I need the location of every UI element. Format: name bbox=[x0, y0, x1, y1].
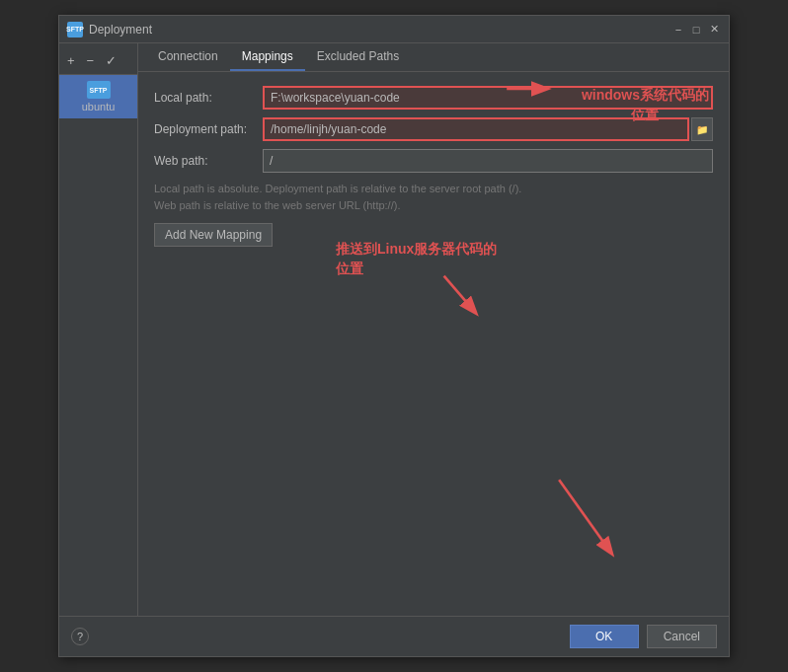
web-path-input[interactable] bbox=[263, 149, 713, 173]
deployment-path-input[interactable] bbox=[263, 117, 689, 141]
deployment-path-browse-button[interactable]: 📁 bbox=[691, 117, 713, 141]
server-name-label: ubuntu bbox=[82, 101, 116, 112]
annotation-label-linux: 推送到Linux服务器代码的 位置 bbox=[336, 240, 497, 278]
tab-mappings[interactable]: Mappings bbox=[230, 43, 305, 71]
hint-line2: Web path is relative to the web server U… bbox=[154, 197, 713, 214]
deployment-path-label: Deployment path: bbox=[154, 122, 263, 136]
minimize-button[interactable]: − bbox=[671, 23, 685, 37]
check-server-button[interactable]: ✓ bbox=[102, 51, 120, 70]
footer: ? OK Cancel bbox=[59, 616, 729, 656]
title-bar: SFTP Deployment − □ ✕ bbox=[59, 16, 729, 43]
server-sftp-icon: SFTP bbox=[87, 81, 111, 99]
tab-excluded-paths[interactable]: Excluded Paths bbox=[305, 43, 411, 71]
local-path-input[interactable] bbox=[263, 86, 713, 110]
tabs-bar: Connection Mappings Excluded Paths bbox=[138, 43, 729, 72]
title-bar-left: SFTP Deployment bbox=[67, 22, 152, 37]
remove-server-button[interactable]: − bbox=[83, 51, 99, 70]
sidebar: + − ✓ SFTP ubuntu bbox=[59, 43, 138, 616]
local-path-label: Local path: bbox=[154, 91, 263, 105]
hint-text: Local path is absolute. Deployment path … bbox=[154, 181, 713, 213]
close-button[interactable]: ✕ bbox=[707, 23, 721, 37]
add-server-button[interactable]: + bbox=[63, 51, 79, 70]
title-bar-buttons: − □ ✕ bbox=[671, 23, 721, 37]
svg-line-2 bbox=[444, 276, 476, 313]
ok-button[interactable]: OK bbox=[570, 625, 639, 648]
deployment-dialog: SFTP Deployment − □ ✕ + − ✓ SFTP ubuntu bbox=[58, 15, 730, 657]
dialog-title: Deployment bbox=[89, 23, 152, 37]
right-panel: Connection Mappings Excluded Paths Local… bbox=[138, 43, 729, 616]
sidebar-item-ubuntu[interactable]: SFTP ubuntu bbox=[59, 75, 137, 118]
web-path-label: Web path: bbox=[154, 154, 263, 168]
deployment-path-row: Deployment path: 📁 bbox=[154, 117, 713, 141]
main-content: + − ✓ SFTP ubuntu Connection Mappings Ex… bbox=[59, 43, 729, 616]
footer-right: OK Cancel bbox=[570, 625, 717, 648]
svg-line-3 bbox=[559, 480, 611, 553]
panel-body: Local path: Deployment path: 📁 Web path:… bbox=[138, 72, 729, 616]
footer-left: ? bbox=[71, 628, 89, 645]
sftp-icon: SFTP bbox=[67, 22, 83, 37]
tab-connection[interactable]: Connection bbox=[146, 43, 230, 71]
maximize-button[interactable]: □ bbox=[689, 23, 703, 37]
cancel-button[interactable]: Cancel bbox=[647, 625, 717, 648]
hint-line1: Local path is absolute. Deployment path … bbox=[154, 181, 713, 197]
help-button[interactable]: ? bbox=[71, 628, 89, 645]
add-new-mapping-button[interactable]: Add New Mapping bbox=[154, 223, 273, 247]
local-path-row: Local path: bbox=[154, 86, 713, 110]
web-path-row: Web path: bbox=[154, 149, 713, 173]
